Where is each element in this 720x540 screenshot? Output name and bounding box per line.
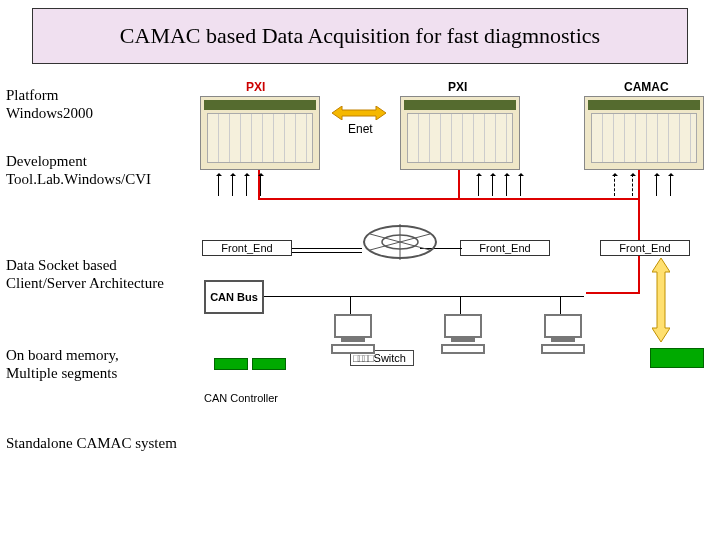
tokamak-icon [360,220,440,264]
uplink-arrows-1 [214,172,274,196]
line-fe1-torus [292,248,362,249]
scope-pxi-1 [200,96,320,170]
svg-marker-6 [652,258,670,342]
pc-3 [536,314,590,358]
bullet-datasocket: Data Socket based Client/Server Architec… [6,256,166,292]
bus-drop-3 [560,296,561,314]
pc-2 [436,314,490,358]
bidir-arrow-icon [652,258,670,342]
bus-drop-2 [460,296,461,314]
pc-1 [326,314,380,358]
can-bus-box: CAN Bus [204,280,264,314]
front-end-2: Front_End [460,240,550,256]
svg-marker-0 [332,106,386,120]
can-controller-box-1 [214,358,248,370]
page-title: CAMAC based Data Acquisition for fast di… [32,8,688,64]
can-controller-box-2 [252,358,286,370]
front-end-3: Front_End [600,240,690,256]
label-camac: CAMAC [624,80,669,94]
bus-line [264,296,584,297]
label-can-controller: CAN Controller [204,392,278,404]
label-enet: Enet [348,122,373,136]
green-module [650,348,704,368]
label-pxi-1: PXI [246,80,265,94]
line-fe1b-torus [292,252,362,253]
title-text: CAMAC based Data Acquisition for fast di… [120,23,600,48]
bullet-memory: On board memory, Multiple segments [6,346,166,382]
uplink-arrows-3 [610,172,680,196]
redline-h [258,198,638,200]
bullet-standalone: Standalone CAMAC system [6,434,226,452]
system-diagram: PXI PXI CAMAC Enet Front_End Front_End F… [200,80,710,450]
enet-arrow-icon [332,106,386,120]
uplink-arrows-2 [474,172,534,196]
redline-2 [458,170,460,200]
redline-3h [586,292,640,294]
front-end-1: Front_End [202,240,292,256]
bus-drop-1 [350,296,351,314]
bullet-platform: Platform Windows2000 [6,86,136,122]
scope-camac [584,96,704,170]
scope-pxi-2 [400,96,520,170]
bullet-devtool: Development Tool.Lab.Windows/CVI [6,152,206,188]
label-pxi-2: PXI [448,80,467,94]
